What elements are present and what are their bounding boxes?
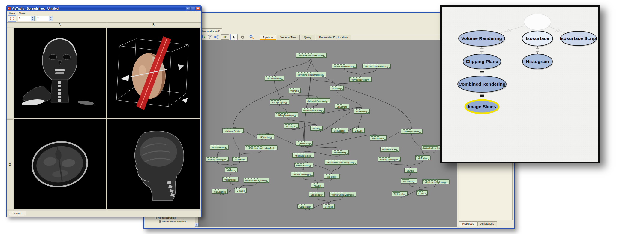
select-cursor-button[interactable]	[230, 34, 238, 40]
visual-query-icon[interactable]	[207, 35, 212, 39]
pipeline-module-vtkvolume[interactable]: vtkVolume	[330, 86, 344, 90]
version-tree-figure: Volume RenderingIsosurfaceIsosurface Scr…	[442, 7, 598, 162]
pipeline-module-vtkplane[interactable]: vtkPlane	[289, 88, 301, 93]
row-header-1[interactable]: 1	[7, 28, 13, 118]
pipeline-module-vtkcell[interactable]: VTKCell	[323, 204, 335, 209]
zoom-magnifier-button[interactable]	[248, 34, 255, 40]
pipeline-module-vtkpiecewisefunction[interactable]: vtkPiecewiseFunction	[332, 64, 357, 68]
pipeline-module-vtkrenderer[interactable]: vtkRenderer	[222, 177, 238, 182]
pip-toggle-button[interactable]: PIP	[221, 34, 229, 40]
pipeline-module-vtkrenderer[interactable]: vtkRenderer	[401, 178, 417, 183]
row-header-2[interactable]: 2	[7, 119, 13, 209]
module-input-ports	[333, 150, 342, 151]
pipeline-module-vtkactor[interactable]: vtkActor	[225, 167, 237, 172]
menu-main[interactable]: Main	[9, 11, 15, 15]
pipeline-canvas[interactable]: vtkStructuredPointsReadervtkPiecewiseFun…	[193, 40, 457, 227]
column-header-a[interactable]: A	[13, 22, 106, 27]
cell-b1-volume-rendering[interactable]	[107, 28, 200, 118]
module-output-ports	[309, 166, 312, 167]
pipeline-module-vtkcontourfilter[interactable]: vtkContourFilter	[265, 76, 284, 81]
pipeline-connection	[230, 172, 231, 177]
pipeline-module-vtktransform[interactable]: vtkTransform	[370, 135, 387, 140]
pipeline-module-vtktexture[interactable]: vtkTexture	[415, 155, 430, 160]
pipeline-module-celllocation[interactable]: CellLocation	[212, 189, 228, 194]
spinner-down-icon[interactable]: ▼	[49, 19, 53, 21]
pipeline-module-vtkinteractorstyleimage[interactable]: vtkInteractorStyleImage	[422, 179, 449, 184]
pipeline-module-vtkinteractionhandler[interactable]: vtkInteractionHandler	[302, 108, 325, 113]
pipeline-module-vtkcell[interactable]: VTKCell	[352, 128, 365, 133]
minimize-button[interactable]: –	[186, 7, 190, 10]
module-input-ports	[416, 155, 423, 157]
pipeline-module-vtkpolydatamapper[interactable]: vtkPolyDataMapper	[206, 157, 229, 161]
module-output-ports	[353, 163, 356, 165]
tree-expand-icon[interactable]	[159, 220, 161, 223]
pipeline-module-vtktransform[interactable]: vtkTransform	[257, 134, 274, 139]
pipeline-module-vtkactor[interactable]: vtkActor	[310, 126, 323, 131]
pipeline-module-celllocation[interactable]: CellLocation	[392, 191, 408, 196]
pan-hand-button[interactable]	[239, 34, 246, 40]
tab-properties[interactable]: Properties	[459, 221, 477, 226]
col-count-stepper[interactable]: 2 ▲▼	[36, 16, 53, 21]
pipeline-module-vtkrenderer[interactable]: vtkRenderer	[354, 109, 370, 114]
pipeline-module-vtktexture[interactable]: vtkTexture	[324, 174, 339, 179]
pipeline-module-vtkcell[interactable]: VTKCell	[235, 188, 247, 193]
tab-annotations[interactable]: Annotations	[477, 221, 497, 226]
pipeline-module-vtkrenderer[interactable]: vtkRenderer	[309, 192, 325, 197]
spinner-up-icon[interactable]: ▲	[49, 16, 53, 19]
pipeline-module-vtkcamera[interactable]: vtkCamera	[335, 104, 349, 109]
tab-version-tree[interactable]: Version Tree	[277, 35, 299, 40]
scroll-down-icon[interactable]: ▼	[195, 223, 198, 227]
pipeline-module-vtkactor[interactable]: vtkActor	[404, 168, 417, 173]
pipeline-module-vtkinteractorstyleimage[interactable]: vtkInteractorStyleImage	[329, 192, 356, 197]
pipeline-module-pythonsource[interactable]: PythonSource	[296, 141, 313, 146]
pipeline-module-vtkplanesource[interactable]: vtkPlaneSource	[210, 145, 228, 150]
pipeline-module-vtkpolydatamapper[interactable]: vtkPolyDataMapper	[275, 112, 298, 117]
module-input-ports	[245, 178, 258, 179]
column-header-b[interactable]: B	[106, 22, 201, 27]
pipeline-module-vtkvolumeproperty[interactable]: vtkVolumeProperty	[349, 77, 372, 82]
version-view-icon[interactable]	[214, 35, 219, 39]
pipeline-module-celllocation[interactable]: CellLocation	[331, 128, 348, 133]
pipeline-module-vtkimagereslice[interactable]: vtkImageReslice	[222, 128, 244, 133]
cell-b2-sagittal-ct[interactable]	[107, 119, 200, 209]
pipeline-module-vtkinteractorstyleimage[interactable]: vtkInteractorStyleImage	[244, 178, 269, 183]
cell-mode-button[interactable]	[8, 15, 16, 22]
pipeline-module-vtkimplicitplanewidget[interactable]: vtkImplicitPlaneWidget	[306, 98, 330, 103]
tab-query[interactable]: Query	[301, 35, 315, 40]
pipeline-module-vtkpolydatamapper[interactable]: vtkPolyDataMapper	[378, 157, 401, 161]
close-button[interactable]: ✕	[196, 7, 200, 10]
tab-pipeline[interactable]: Pipeline	[260, 35, 276, 40]
pipeline-connection	[317, 178, 332, 183]
pipeline-module-vtkproperty[interactable]: vtkProperty	[284, 123, 299, 128]
row-count-stepper[interactable]: 2 ▲▼	[18, 16, 35, 21]
sheet-tab[interactable]: Sheet 1	[9, 211, 26, 216]
pipeline-module-vtkimagereslice[interactable]: vtkImageReslice	[292, 153, 314, 158]
spinner-down-icon[interactable]: ▼	[31, 19, 34, 21]
document-tab[interactable]: terminator.xml*	[200, 28, 222, 34]
tab-parameter-exploration[interactable]: Parameter Exploration	[316, 35, 351, 40]
cell-a1-coronal-ct[interactable]	[14, 28, 106, 118]
spinner-up-icon[interactable]: ▲	[31, 16, 34, 19]
pipeline-module-vtkclippolydata[interactable]: vtkClipPolyData	[270, 99, 289, 104]
pipeline-module-vtkcell[interactable]: VTKCell	[416, 190, 428, 195]
pipeline-module-vtkstructuredpointsreader[interactable]: vtkStructuredPointsReader	[296, 53, 326, 58]
pipeline-module-vtkwindowlevellookuptable[interactable]: vtkWindowLevelLookupTable	[325, 160, 357, 165]
pipeline-module-vtkcolortransferfunction[interactable]: vtkColorTransferFunction	[362, 64, 391, 68]
pipeline-module-vtktexture[interactable]: vtkTexture	[232, 157, 247, 161]
maximize-button[interactable]: ▫	[191, 7, 195, 10]
version-node-root[interactable]	[524, 14, 551, 30]
spreadsheet-titlebar[interactable]: VT VisTrails - Spreadsheet - Untitled – …	[7, 6, 201, 11]
pipeline-module-celllocation[interactable]: CellLocation	[297, 204, 313, 209]
pipeline-module-vtkplanesource[interactable]: vtkPlaneSource	[380, 147, 399, 152]
pipeline-module-vtkvolumetexturemapper3d[interactable]: vtkVolumeTextureMapper3D	[296, 72, 326, 77]
pipeline-module-vtkwindowlevellookuptable[interactable]: vtkWindowLevelLookupTable	[245, 145, 277, 150]
pipeline-module-vtkimagereslice[interactable]: vtkImageReslice	[401, 129, 422, 134]
pipeline-module-vtktransform[interactable]: vtkTransform	[332, 150, 349, 155]
pipeline-module-vtkactor[interactable]: vtkActor	[311, 183, 324, 188]
menu-view[interactable]: View	[19, 11, 25, 15]
cell-a2-axial-ct[interactable]	[14, 119, 106, 209]
pipeline-connection	[389, 151, 390, 157]
palette-item-vtkgenericmoviewriter[interactable]: vtkGenericMovieWriter	[146, 220, 195, 223]
pipeline-module-vtkplanesource[interactable]: vtkPlaneSource	[294, 163, 313, 167]
pipeline-module-vtkpolydatamapper[interactable]: vtkPolyDataMapper	[291, 172, 314, 177]
